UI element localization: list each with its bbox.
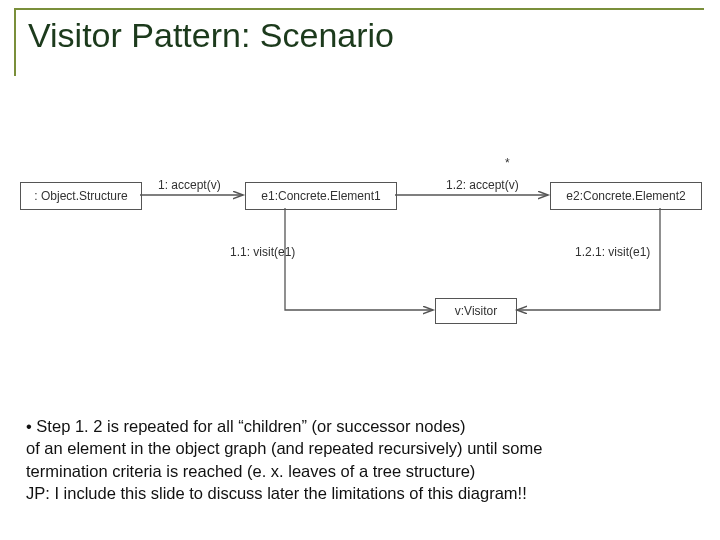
bullet-line-3: termination criteria is reached (e. x. l… xyxy=(26,460,700,482)
edge-visit121 xyxy=(517,208,660,310)
edge-accept1-label: 1: accept(v) xyxy=(158,178,221,192)
title-rule-top xyxy=(14,8,704,10)
slide: Visitor Pattern: Scenario * : Object.Str… xyxy=(0,0,720,540)
title-rule-left xyxy=(14,8,16,76)
edge-accept12-label: 1.2: accept(v) xyxy=(446,178,519,192)
bullet-line-4: JP: I include this slide to discuss late… xyxy=(26,482,700,504)
page-title: Visitor Pattern: Scenario xyxy=(28,16,394,55)
bullet-line-2: of an element in the object graph (and r… xyxy=(26,437,700,459)
edge-visit121-label: 1.2.1: visit(e1) xyxy=(575,245,650,259)
edge-visit11 xyxy=(285,208,433,310)
bullet-block: • Step 1. 2 is repeated for all “childre… xyxy=(26,415,700,504)
bullet-line-1: • Step 1. 2 is repeated for all “childre… xyxy=(26,415,700,437)
collaboration-diagram: * : Object.Structure e1:Concrete.Element… xyxy=(20,160,700,360)
edge-visit11-label: 1.1: visit(e1) xyxy=(230,245,295,259)
diagram-arrows xyxy=(20,160,700,360)
